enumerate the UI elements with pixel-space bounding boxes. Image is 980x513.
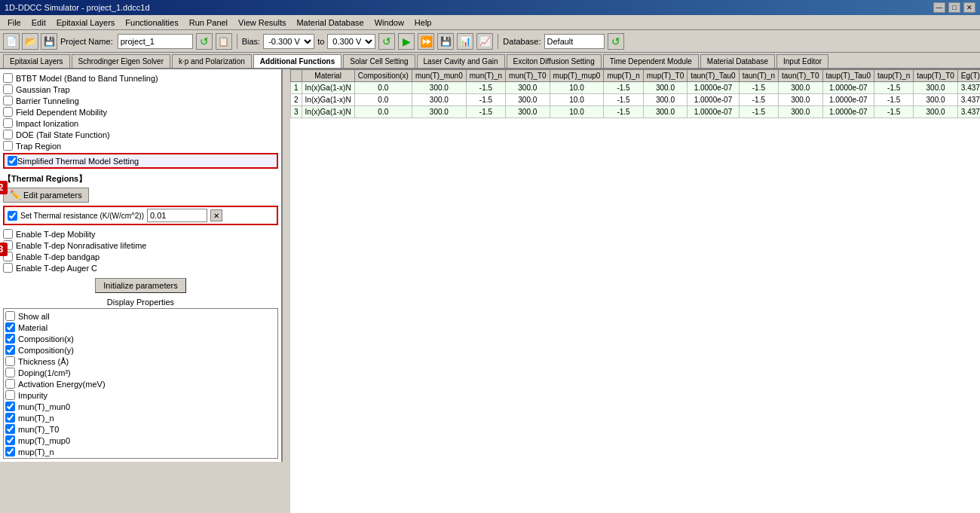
tab-schrodinger[interactable]: Schrodinger Eigen Solver — [72, 54, 170, 68]
new-button[interactable]: 📄 — [3, 33, 20, 50]
disp-thickness-checkbox[interactable] — [5, 356, 15, 366]
display-props-title: Display Properties — [3, 298, 278, 307]
save-button[interactable]: 💾 — [41, 33, 57, 50]
checkbox-gaussian-input[interactable] — [3, 84, 13, 94]
checkbox-tdep-auger-input[interactable] — [3, 263, 13, 273]
menu-help[interactable]: Help — [410, 17, 436, 28]
save2-button[interactable]: 💾 — [437, 33, 454, 50]
disp-mupt0: mup(T)_T0 — [5, 457, 276, 459]
col-munt0[interactable]: mun(T)_T0 — [506, 70, 550, 82]
maximize-button[interactable]: □ — [948, 2, 960, 13]
tab-additional[interactable]: Additional Functions — [253, 54, 341, 68]
thermal-resistance-clear-button[interactable]: ✕ — [210, 209, 222, 221]
disp-munn-checkbox[interactable] — [5, 413, 15, 423]
bias-refresh-button[interactable]: ↺ — [378, 33, 395, 50]
play-button[interactable]: ▶ — [398, 33, 415, 50]
col-material[interactable]: Material — [302, 70, 354, 82]
tab-solar[interactable]: Solar Cell Setting — [343, 54, 415, 68]
tab-time[interactable]: Time Dependent Module — [603, 54, 699, 68]
disp-doping: Doping(1/cm³) — [5, 367, 276, 378]
disp-show-all-checkbox[interactable] — [5, 311, 15, 321]
menu-epitaxial[interactable]: Epitaxial Layers — [52, 17, 120, 28]
project-input[interactable] — [118, 34, 193, 49]
col-mup0[interactable]: mup(T)_mup0 — [550, 70, 604, 82]
disp-compx-checkbox[interactable] — [5, 334, 15, 344]
disp-impurity-checkbox[interactable] — [5, 390, 15, 400]
checkbox-tdep-mobility-input[interactable] — [3, 229, 13, 239]
disp-mupn-checkbox[interactable] — [5, 447, 15, 457]
checkbox-btbt-input[interactable] — [3, 73, 13, 83]
close-button[interactable]: ✕ — [963, 2, 975, 13]
menu-results[interactable]: View Results — [234, 17, 290, 28]
refresh-button[interactable]: ↺ — [196, 33, 213, 50]
row-taunn: -1.5 — [739, 106, 778, 118]
bias-from-select[interactable]: -0.300 V — [263, 34, 314, 49]
initialize-params-button[interactable]: Initialize parameters — [95, 278, 185, 293]
disp-activation-checkbox[interactable] — [5, 379, 15, 389]
checkbox-trap-input[interactable] — [3, 141, 13, 151]
disp-munn: mun(T)_n — [5, 412, 276, 423]
thermal-resistance-checkbox[interactable] — [8, 211, 17, 221]
db-input[interactable] — [544, 34, 605, 49]
chart-button[interactable]: 📊 — [457, 33, 473, 50]
row-munt0: 300.0 — [506, 94, 550, 106]
col-compx[interactable]: Composition(x) — [354, 70, 412, 82]
checkbox-field-input[interactable] — [3, 107, 13, 117]
col-munn[interactable]: mun(T)_n — [466, 70, 505, 82]
disp-mup0: mup(T)_mup0 — [5, 435, 276, 446]
tab-epitaxial[interactable]: Epitaxial Layers — [3, 54, 70, 68]
menu-material[interactable]: Material Database — [292, 17, 368, 28]
disp-material-checkbox[interactable] — [5, 322, 15, 332]
bias-to-select[interactable]: 0.300 V — [327, 34, 375, 49]
tab-input[interactable]: Input Editor — [776, 54, 828, 68]
disp-mupt0-checkbox[interactable] — [5, 458, 15, 459]
disp-compy-checkbox[interactable] — [5, 345, 15, 355]
col-eg[interactable]: Eg(T) — [957, 70, 980, 82]
col-mupt0[interactable]: mup(T)_T0 — [643, 70, 687, 82]
disp-munt0-checkbox[interactable] — [5, 424, 15, 434]
checkbox-doe-input[interactable] — [3, 130, 13, 139]
thermal-section: 【Thermal Regions】 ✏️ Edit parameters Set… — [3, 173, 278, 293]
col-taupt0[interactable]: taup(T)_T0 — [914, 70, 957, 82]
menu-window[interactable]: Window — [370, 17, 409, 28]
menu-run[interactable]: Run Panel — [185, 17, 232, 28]
checkbox-doe: DOE (Tail State Function) — [3, 129, 278, 140]
info-button[interactable]: 📋 — [216, 33, 232, 50]
col-taup0[interactable]: taup(T)_Tau0 — [822, 70, 874, 82]
row-mup0: 10.0 — [550, 82, 604, 94]
separator-2 — [498, 34, 498, 49]
checkbox-tdep-bandgap: Enable T-dep bandgap — [3, 251, 278, 262]
tab-kp[interactable]: k·p and Polarization — [172, 54, 252, 68]
disp-mun0-checkbox[interactable] — [5, 402, 15, 411]
menu-edit[interactable]: Edit — [27, 17, 51, 28]
row-taunt0: 300.0 — [779, 82, 822, 94]
menu-file[interactable]: File — [3, 17, 26, 28]
col-taunn[interactable]: taun(T)_n — [739, 70, 778, 82]
checkbox-impact-input[interactable] — [3, 118, 13, 128]
disp-doping-checkbox[interactable] — [5, 368, 15, 377]
tab-exciton[interactable]: Exciton Diffusion Setting — [507, 54, 602, 68]
checkbox-barrier-input[interactable] — [3, 96, 13, 105]
row-num: 3 — [291, 106, 302, 118]
simplified-thermal-checkbox[interactable] — [8, 156, 17, 166]
db-refresh-button[interactable]: ↺ — [608, 33, 624, 50]
minimize-button[interactable]: — — [933, 2, 945, 13]
thermal-resistance-input[interactable] — [147, 209, 207, 222]
tab-material[interactable]: Material Database — [700, 54, 775, 68]
disp-mup0-checkbox[interactable] — [5, 435, 15, 445]
edit-params-button[interactable]: ✏️ Edit parameters — [3, 188, 89, 203]
tab-laser[interactable]: Laser Cavity and Gain — [417, 54, 505, 68]
col-taun0[interactable]: taun(T)_Tau0 — [688, 70, 739, 82]
col-mupn[interactable]: mup(T)_n — [604, 70, 643, 82]
menu-functionalities[interactable]: Functionalities — [121, 17, 182, 28]
checkbox-trap: Trap Region — [3, 140, 278, 151]
title-bar-title: 1D-DDCC Simulator - project_1.ddcc1d — [5, 3, 150, 12]
col-taupn[interactable]: taup(T)_n — [874, 70, 913, 82]
col-mun0[interactable]: mun(T)_mun0 — [412, 70, 466, 82]
chart2-button[interactable]: 📈 — [476, 33, 493, 50]
step-button[interactable]: ⏩ — [418, 33, 434, 50]
col-taunt0[interactable]: taun(T)_T0 — [779, 70, 822, 82]
checkbox-field-label: Field Dependent Mobility — [16, 108, 107, 117]
open-button[interactable]: 📂 — [22, 33, 38, 50]
display-props-list[interactable]: Show all Material Composition(x) Composi… — [3, 308, 278, 459]
